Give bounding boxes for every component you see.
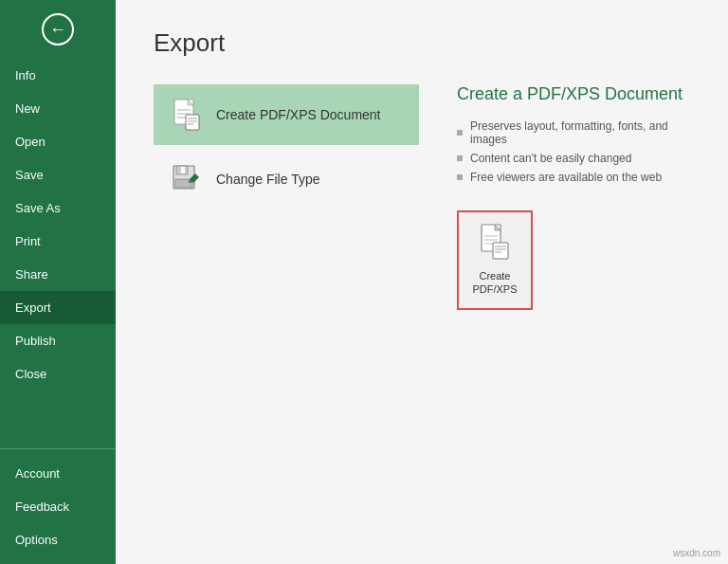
create-pdf-button-icon bbox=[480, 224, 510, 264]
bullet-item-1: Preserves layout, formatting, fonts, and… bbox=[457, 119, 690, 146]
sidebar-item-new[interactable]: New bbox=[0, 92, 116, 125]
page-title: Export bbox=[154, 28, 690, 58]
description-bullets: Preserves layout, formatting, fonts, and… bbox=[457, 119, 690, 184]
create-pdf-button-label: CreatePDF/XPS bbox=[472, 269, 517, 297]
sidebar-item-close[interactable]: Close bbox=[0, 357, 116, 391]
description-title: Create a PDF/XPS Document bbox=[457, 84, 690, 104]
change-file-type-label: Change File Type bbox=[216, 172, 319, 187]
sidebar-item-options[interactable]: Options bbox=[0, 523, 116, 556]
svg-rect-5 bbox=[186, 115, 199, 130]
bullet-icon-2 bbox=[457, 155, 463, 161]
sidebar-item-save-as[interactable]: Save As bbox=[0, 191, 116, 225]
content-area: Create PDF/XPS Document Change Fi bbox=[154, 84, 690, 310]
sidebar-item-feedback[interactable]: Feedback bbox=[0, 490, 116, 523]
create-pdf-icon bbox=[169, 98, 203, 132]
svg-rect-11 bbox=[181, 167, 185, 173]
main-content: Export bbox=[116, 0, 728, 564]
sidebar: ← Info New Open Save Save As Print Share… bbox=[0, 0, 116, 564]
back-circle-icon: ← bbox=[42, 13, 74, 45]
sidebar-item-print[interactable]: Print bbox=[0, 225, 116, 258]
sidebar-divider bbox=[0, 448, 116, 449]
bullet-text-3: Free viewers are available on the web bbox=[470, 171, 662, 184]
bullet-text-2: Content can't be easily changed bbox=[470, 152, 631, 165]
description-panel: Create a PDF/XPS Document Preserves layo… bbox=[457, 84, 690, 310]
change-file-type-icon bbox=[169, 162, 203, 196]
bullet-text-1: Preserves layout, formatting, fonts, and… bbox=[470, 119, 690, 146]
option-create-pdf[interactable]: Create PDF/XPS Document bbox=[154, 84, 419, 145]
sidebar-bottom: Account Feedback Options bbox=[0, 457, 116, 564]
options-list: Create PDF/XPS Document Change Fi bbox=[154, 84, 419, 310]
sidebar-item-account[interactable]: Account bbox=[0, 457, 116, 490]
bullet-icon-1 bbox=[457, 130, 463, 136]
svg-rect-19 bbox=[493, 243, 508, 259]
sidebar-item-share[interactable]: Share bbox=[0, 258, 116, 291]
sidebar-item-open[interactable]: Open bbox=[0, 125, 116, 158]
bullet-item-3: Free viewers are available on the web bbox=[457, 171, 690, 184]
sidebar-item-info[interactable]: Info bbox=[0, 59, 116, 92]
option-change-file-type[interactable]: Change File Type bbox=[154, 149, 419, 209]
back-button[interactable]: ← bbox=[0, 0, 116, 59]
create-pdf-button[interactable]: CreatePDF/XPS bbox=[457, 210, 533, 310]
create-pdf-label: Create PDF/XPS Document bbox=[216, 107, 381, 122]
sidebar-item-export[interactable]: Export bbox=[0, 291, 116, 324]
sidebar-item-save[interactable]: Save bbox=[0, 158, 116, 191]
bullet-icon-3 bbox=[457, 174, 463, 180]
sidebar-item-publish[interactable]: Publish bbox=[0, 324, 116, 357]
create-btn-container: CreatePDF/XPS bbox=[457, 210, 690, 310]
sidebar-nav: Info New Open Save Save As Print Share E… bbox=[0, 59, 116, 441]
bullet-item-2: Content can't be easily changed bbox=[457, 152, 690, 165]
